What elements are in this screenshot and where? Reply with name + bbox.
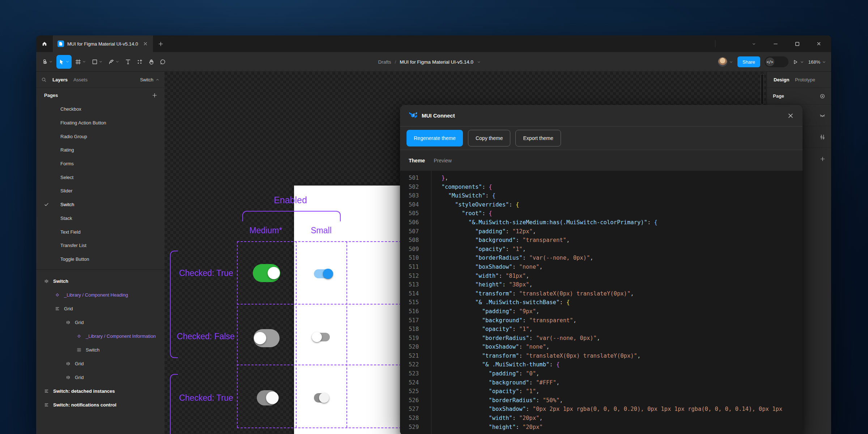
layer-label: Switch: notifications control [53,402,116,408]
layer-row--library-component-heading[interactable]: _Library / Component Heading [36,288,165,302]
close-icon[interactable] [814,39,823,48]
chevron-down-icon[interactable] [65,60,69,64]
shape-tool-tool[interactable] [90,55,105,69]
tab-design[interactable]: Design [774,77,789,82]
comment-tool-tool[interactable] [158,55,168,69]
chevron-down-icon[interactable] [115,60,119,64]
avatar[interactable] [718,57,727,67]
row-label-1[interactable]: Checked: False [177,332,235,341]
dialog-close-icon[interactable] [787,112,794,119]
hand-tool-tool[interactable] [146,55,156,69]
new-tab-button[interactable] [153,35,169,52]
page-item-label: Toggle Button [60,256,89,262]
home-icon [42,41,47,47]
layer-row-switch-notifications-control[interactable]: Switch: notifications control [36,398,165,412]
page-item-text-field[interactable]: Text Field [36,225,165,239]
page-item-rating[interactable]: Rating [36,143,165,157]
switch-thumb-row1-col1[interactable] [312,332,322,342]
layer-row-grid[interactable]: Grid [36,357,165,370]
chevron-down-icon[interactable] [99,60,103,64]
page-selector[interactable]: Switch [140,77,159,82]
page-item-checkbox[interactable]: Checkbox [36,102,165,116]
tab-assets[interactable]: Assets [73,77,88,82]
layer-row-grid[interactable]: Grid [36,370,165,384]
column-header-small[interactable]: Small [311,226,332,235]
sliders-icon[interactable] [820,134,825,140]
blend-circle-icon[interactable] [820,93,825,99]
canvas-scrollbar[interactable] [761,74,764,105]
tab-close-icon[interactable] [143,41,148,46]
dev-mode-toggle[interactable]: </> [765,56,788,67]
zoom-control[interactable]: 168% [808,59,826,65]
row-label-0[interactable]: Checked: True [179,268,233,278]
layer-label: Grid [75,361,84,366]
chevron-down-icon[interactable] [800,60,804,64]
layer-row--library-component-information[interactable]: _Library / Component Information [36,329,165,343]
page-item-select[interactable]: Select [36,170,165,184]
home-button[interactable] [36,35,53,52]
add-page-button[interactable] [152,93,157,98]
regenerate-theme-button[interactable]: Regenerate theme [407,130,463,146]
breadcrumb-file-title[interactable]: MUI for Figma Material UI-v5.14.0 [400,59,473,65]
page-item-toggle-button[interactable]: Toggle Button [36,252,165,266]
tab-prototype[interactable]: Prototype [795,77,815,82]
plus-icon[interactable] [820,156,825,162]
column-header-medium[interactable]: Medium* [250,226,282,235]
pen-tool-tool[interactable] [106,55,122,69]
grid-dashed-hline [237,304,401,305]
page-item-radio-group[interactable]: Radio Group [36,129,165,143]
row-label-2[interactable]: Checked: True [179,393,233,403]
text-tool-tool[interactable] [123,55,133,69]
page-item-switch[interactable]: Switch [36,198,165,212]
search-icon[interactable] [41,77,47,82]
theme-code-editor[interactable]: 501 },502 "components": {503 "MuiSwitch"… [400,171,803,434]
figma-window: MUI for Figma Material UI-v5.14.0 Drafts… [36,35,831,434]
group-title-enabled[interactable]: Enabled [274,195,307,205]
tool-group [36,55,168,69]
code-line-505: 505 "root": { [400,209,803,218]
chevron-down-icon[interactable] [82,60,86,64]
present-play-icon[interactable] [793,59,798,65]
page-item-transfer-list[interactable]: Transfer List [36,239,165,252]
export-theme-button[interactable]: Export theme [515,130,561,146]
chevron-down-icon[interactable] [49,60,53,64]
maximize-icon[interactable] [793,39,801,48]
switch-thumb-row0-col0[interactable] [268,267,280,279]
figma-menu-tool[interactable] [40,55,55,69]
layer-row-switch[interactable]: Switch [36,343,165,357]
page-item-label: Stack [60,216,72,221]
share-button[interactable]: Share [737,56,760,67]
chevron-down-icon[interactable] [729,60,733,64]
move-cursor-icon [59,59,64,65]
text-tool-icon [125,59,131,65]
copy-theme-button[interactable]: Copy theme [468,130,510,146]
switch-thumb-row1-col0[interactable] [254,332,266,344]
grid-dashed-hline [237,365,401,365]
tab-layers[interactable]: Layers [52,77,68,82]
breadcrumb-root[interactable]: Drafts [378,59,391,65]
switch-thumb-row2-col1[interactable] [319,393,329,403]
layer-label: Switch: detached instances [53,388,115,394]
layer-row-grid[interactable]: Grid [36,302,165,315]
actions-tool-tool[interactable] [135,55,145,69]
code-line-511: 511 "boxShadow": "none", [400,263,803,272]
layer-row-grid[interactable]: Grid [36,315,165,329]
tab-theme[interactable]: Theme [409,158,425,163]
breadcrumb[interactable]: Drafts / MUI for Figma Material UI-v5.14… [378,52,481,72]
move-cursor-tool[interactable] [56,55,72,69]
switch-thumb-row0-col1[interactable] [323,269,333,279]
page-item-slider[interactable]: Slider [36,184,165,198]
file-tab[interactable]: MUI for Figma Material UI-v5.14.0 [53,35,153,52]
page-item-forms[interactable]: Forms [36,157,165,171]
minimize-icon[interactable] [771,39,780,48]
layer-row-switch-detached-instances[interactable]: Switch: detached instances [36,384,165,398]
tab-preview[interactable]: Preview [434,158,452,163]
eye-closed-icon[interactable] [820,112,825,118]
frame-tool-tool[interactable] [73,55,88,69]
window-menu-chevron-icon[interactable] [749,39,758,48]
switch-thumb-row2-col0[interactable] [266,392,279,404]
page-item-stack[interactable]: Stack [36,212,165,225]
chevron-down-icon[interactable] [477,60,481,64]
layer-row-switch[interactable]: Switch [36,274,165,288]
page-item-floating-action-button[interactable]: Floating Action Button [36,116,165,130]
